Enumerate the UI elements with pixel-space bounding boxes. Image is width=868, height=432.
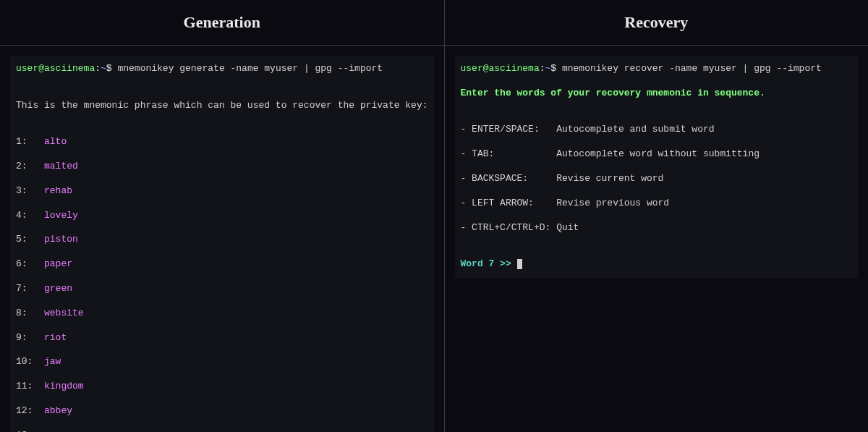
key-desc: Autocomplete word without submitting <box>556 148 760 159</box>
key-desc: Autocomplete and submit word <box>556 124 714 135</box>
prompt-colon: : <box>540 63 545 74</box>
prompt-colon: : <box>95 63 101 74</box>
prompt-dollar: $ <box>550 63 556 74</box>
generation-command: mnemonikey generate -name myuser | gpg -… <box>112 63 383 74</box>
mnemonic-intro: This is the mnemonic phrase which can be… <box>16 100 428 112</box>
word-index: 12: <box>16 405 33 416</box>
mnemonic-word: paper <box>44 258 72 269</box>
key-desc: Revise current word <box>556 173 663 184</box>
word-index: 3: <box>16 185 27 196</box>
mnemonic-word: piston <box>44 234 78 245</box>
prompt-user: user@asciinema <box>461 63 540 74</box>
word-index: 2: <box>16 161 27 171</box>
key-desc: Quit <box>556 222 579 233</box>
key-hint: - LEFT ARROW: <box>461 198 551 208</box>
word-index: 4: <box>16 210 27 221</box>
mnemonic-word: kingdom <box>44 381 84 391</box>
key-hint: - TAB: <box>461 148 551 159</box>
word-index: 8: <box>16 308 27 318</box>
layout: Generation user@asciinema:~$ mnemonikey … <box>0 0 868 432</box>
word-index: 7: <box>16 283 27 294</box>
word-prompt: Word 7 >> <box>461 258 517 269</box>
mnemonic-word: alto <box>44 136 67 147</box>
prompt-path: ~ <box>101 63 106 74</box>
word-index: 6: <box>16 258 27 269</box>
mnemonic-word: lovely <box>44 210 78 221</box>
word-index: 1: <box>16 136 27 147</box>
prompt-user: user@asciinema <box>16 63 95 74</box>
mnemonic-word: jaw <box>44 356 61 367</box>
word-index: 11: <box>16 381 33 391</box>
recovery-terminal[interactable]: user@asciinema:~$ mnemonikey recover -na… <box>455 56 859 278</box>
mnemonic-word: rehab <box>44 185 72 196</box>
mnemonic-word: abbey <box>44 405 72 416</box>
key-hint: - BACKSPACE: <box>461 173 551 184</box>
key-hint: - ENTER/SPACE: <box>461 124 551 135</box>
generation-terminal[interactable]: user@asciinema:~$ mnemonikey generate -n… <box>10 56 434 432</box>
cursor-icon <box>517 259 522 269</box>
word-index: 9: <box>16 332 27 343</box>
recovery-panel: Recovery user@asciinema:~$ mnemonikey re… <box>445 0 869 432</box>
key-hint: - CTRL+C/CTRL+D: <box>461 222 551 233</box>
mnemonic-word: malted <box>44 161 78 171</box>
generation-panel: Generation user@asciinema:~$ mnemonikey … <box>0 0 445 432</box>
recovery-instruction: Enter the words of your recovery mnemoni… <box>461 88 853 100</box>
key-desc: Revise previous word <box>556 198 669 208</box>
recovery-command: mnemonikey recover -name myuser | gpg --… <box>556 63 822 74</box>
word-index: 5: <box>16 234 27 245</box>
mnemonic-word: website <box>44 308 84 318</box>
mnemonic-word: green <box>44 283 72 294</box>
mnemonic-word: riot <box>44 332 67 343</box>
word-index: 10: <box>16 356 33 367</box>
recovery-header: Recovery <box>445 0 869 46</box>
generation-header: Generation <box>0 0 444 46</box>
prompt-dollar: $ <box>106 63 112 74</box>
